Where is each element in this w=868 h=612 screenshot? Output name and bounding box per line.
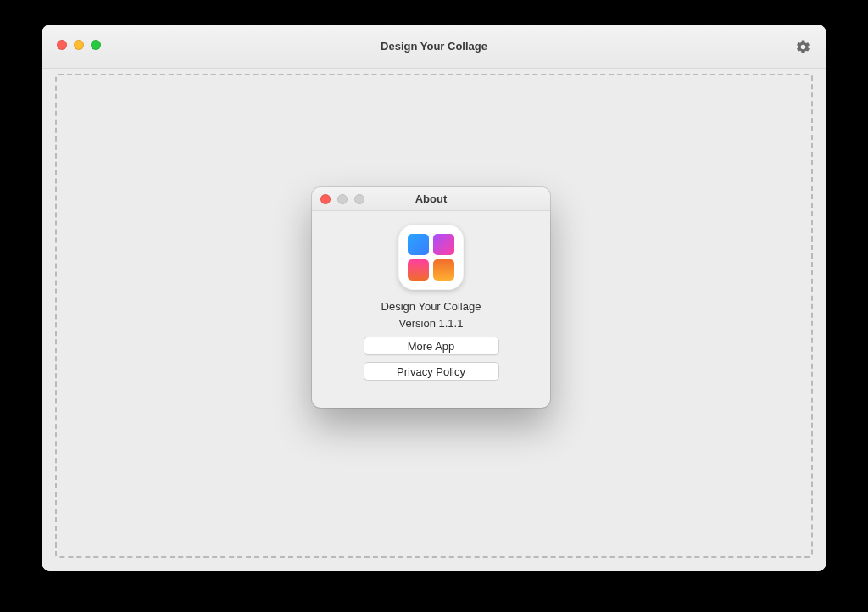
main-titlebar: Design Your Collage	[42, 25, 826, 69]
app-icon-tile	[408, 234, 429, 255]
about-buttons: More App Privacy Policy	[364, 337, 499, 381]
settings-button[interactable]	[793, 36, 813, 57]
app-name-label: Design Your Collage	[381, 300, 481, 313]
gear-icon	[795, 39, 811, 55]
about-title: About	[312, 187, 550, 210]
app-icon-tile	[408, 259, 429, 281]
about-body: Design Your Collage Version 1.1.1 More A…	[312, 211, 550, 408]
window-title: Design Your Collage	[42, 25, 826, 68]
close-icon[interactable]	[57, 40, 67, 50]
more-app-button[interactable]: More App	[364, 337, 499, 355]
about-titlebar: About	[312, 187, 550, 211]
app-icon	[398, 225, 464, 290]
privacy-policy-button[interactable]: Privacy Policy	[364, 362, 499, 381]
about-window: About Design Your Collage Version 1.1.1 …	[312, 187, 550, 408]
app-version-label: Version 1.1.1	[399, 317, 464, 330]
app-icon-tile	[433, 234, 454, 255]
main-traffic-lights	[57, 40, 101, 50]
minimize-icon[interactable]	[74, 40, 84, 50]
app-icon-tile	[433, 259, 454, 281]
fullscreen-icon[interactable]	[91, 40, 101, 50]
